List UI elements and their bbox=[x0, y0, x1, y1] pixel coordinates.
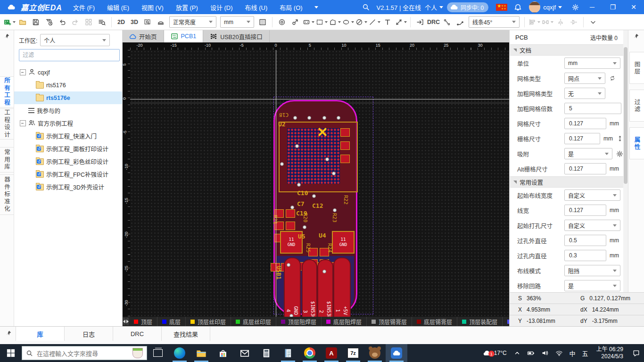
field-input[interactable]: 0.127 bbox=[564, 118, 606, 129]
layer-底层阻焊层[interactable]: 底层阻焊层 bbox=[322, 317, 367, 326]
section-文档[interactable]: 文档 bbox=[510, 44, 623, 56]
battery-icon[interactable] bbox=[524, 344, 538, 362]
save-button[interactable] bbox=[30, 16, 42, 28]
tree-示例工程_3D外壳设计[interactable]: ↺示例工程_3D外壳设计 bbox=[14, 181, 122, 193]
dock-tab-DRC[interactable]: DRC bbox=[113, 327, 162, 341]
field-input[interactable]: 5 bbox=[564, 103, 621, 114]
layer-顶层阻焊层[interactable]: 顶层阻焊层 bbox=[276, 317, 322, 326]
new-pcb-button[interactable] bbox=[3, 16, 16, 28]
notification-center-icon[interactable] bbox=[628, 344, 644, 362]
dock-tab-查找结果[interactable]: 查找结果 bbox=[162, 327, 210, 341]
maximize-button[interactable]: ❐ bbox=[603, 0, 623, 14]
minimize-button[interactable]: ─ bbox=[582, 0, 603, 14]
field-select[interactable]: 是 bbox=[564, 280, 620, 291]
open-folder-button[interactable] bbox=[17, 16, 29, 28]
properties-scrollbar[interactable] bbox=[623, 30, 628, 292]
import-button[interactable] bbox=[414, 16, 426, 28]
unit-select[interactable]: mm bbox=[220, 16, 254, 28]
field-input[interactable]: 0.3 bbox=[564, 250, 606, 261]
menu-V[interactable]: 视图 (V) bbox=[135, 0, 170, 14]
save-all-button[interactable] bbox=[43, 16, 55, 28]
tray-chevron-icon[interactable] bbox=[511, 344, 524, 362]
tree-示例工程_FPC补强设计[interactable]: ↺示例工程_FPC补强设计 bbox=[14, 168, 122, 181]
doc-tab-USB20直插接口[interactable]: USB20直插接口 bbox=[203, 30, 270, 42]
menu-E[interactable]: 编辑 (E) bbox=[101, 0, 135, 14]
field-select[interactable]: 网点 bbox=[564, 73, 605, 84]
bell-icon[interactable] bbox=[511, 0, 524, 14]
tree-project-rts5176[interactable]: rts5176 bbox=[14, 79, 122, 91]
place-keepout-button[interactable] bbox=[355, 16, 367, 28]
tree-示例工程_彩色丝印设计[interactable]: ↺示例工程_彩色丝印设计 bbox=[14, 155, 122, 168]
tree-示例工程_面板打印设计[interactable]: ↺示例工程_面板打印设计 bbox=[14, 142, 122, 155]
taskbar-app-notepad[interactable] bbox=[277, 344, 299, 362]
menu-U[interactable]: 布线 (U) bbox=[239, 0, 274, 14]
menu-P[interactable]: 放置 (P) bbox=[170, 0, 204, 14]
line-mode-select[interactable]: 线条45° bbox=[469, 16, 520, 28]
tree-user-row[interactable]: cqxjf bbox=[14, 66, 122, 79]
dock-tab-库[interactable]: 库 bbox=[16, 327, 65, 341]
taskbar-app-bear-app[interactable] bbox=[364, 344, 386, 362]
tree-participated[interactable]: 我参与的 bbox=[14, 104, 122, 117]
field-select[interactable]: mm bbox=[564, 58, 620, 69]
close-button[interactable]: ✕ bbox=[623, 0, 644, 14]
tree-official-group[interactable]: 官方示例工程 bbox=[14, 117, 122, 130]
undo-button[interactable] bbox=[56, 16, 68, 28]
pin-icon[interactable] bbox=[633, 33, 639, 41]
pcb-canvas[interactable]: 11GND11GNDGND4$1N53003$1N53842+5V1U2C18C… bbox=[130, 50, 509, 317]
ime-mode[interactable]: 五 bbox=[579, 344, 592, 362]
gear-icon[interactable] bbox=[616, 150, 623, 157]
search-icon[interactable] bbox=[359, 0, 372, 14]
dock-tab-日志[interactable]: 日志 bbox=[65, 327, 113, 341]
place-pin-button[interactable] bbox=[289, 16, 301, 28]
field-input[interactable]: 0.127 bbox=[564, 205, 606, 216]
pin-icon[interactable] bbox=[6, 330, 12, 337]
route-button[interactable] bbox=[441, 16, 453, 28]
ime-lang[interactable]: 中 bbox=[566, 344, 579, 362]
menu-overflow-icon[interactable] bbox=[309, 0, 322, 14]
sidebar-tab-所有工程[interactable]: 所有工程 bbox=[0, 76, 14, 107]
component-grid-button[interactable] bbox=[83, 16, 95, 28]
flip-vertical-button[interactable] bbox=[568, 16, 580, 28]
right-tab-属性[interactable]: 属性 bbox=[629, 127, 644, 159]
taskbar-app-edge[interactable] bbox=[169, 344, 190, 362]
field-select[interactable]: 自定义 bbox=[564, 189, 620, 201]
sidebar-tab-常用库[interactable]: 常用库 bbox=[0, 147, 14, 173]
layer-顶层[interactable]: 顶层 bbox=[129, 317, 157, 326]
taskbar-app-file-explorer[interactable] bbox=[190, 344, 212, 362]
taskbar-search[interactable]: 在這裡輸入文字來搜尋 bbox=[22, 346, 147, 360]
start-button[interactable] bbox=[0, 344, 22, 362]
layer-顶层锡膏层[interactable]: 顶层锡膏层 bbox=[367, 317, 412, 326]
more-tools-button[interactable] bbox=[587, 16, 599, 28]
layer-底层锡膏层[interactable]: 底层锡膏层 bbox=[412, 317, 457, 326]
flip-horizontal-button[interactable] bbox=[554, 16, 567, 28]
place-region-button[interactable] bbox=[315, 16, 328, 28]
view-3d-button[interactable]: 3D bbox=[128, 16, 140, 28]
pin-icon[interactable] bbox=[4, 33, 10, 41]
place-polygon-button[interactable] bbox=[329, 16, 341, 28]
distribute-button[interactable] bbox=[541, 16, 553, 28]
account-type[interactable]: 个人 bbox=[425, 3, 437, 12]
layer-顶层丝印层[interactable]: 顶层丝印层 bbox=[186, 317, 231, 326]
clock[interactable]: 上午 06:29 2024/5/3 bbox=[592, 346, 628, 360]
taskbar-app-jlceda[interactable] bbox=[386, 344, 407, 362]
taskbar-app-calculator[interactable] bbox=[256, 344, 277, 362]
settings-gear-icon[interactable] bbox=[569, 0, 582, 14]
tree-project-rts5176e[interactable]: rts5176e bbox=[14, 91, 122, 104]
layer-底层[interactable]: 底层 bbox=[157, 317, 186, 326]
taskbar-app-store[interactable] bbox=[212, 344, 234, 362]
doc-tab-开始页[interactable]: 开始页 bbox=[123, 30, 164, 42]
menu-O[interactable]: 布局 (O) bbox=[273, 0, 308, 14]
workspace-select[interactable]: 个人 bbox=[40, 34, 110, 46]
weather-widget[interactable]: 1 17°C bbox=[479, 349, 511, 357]
zoom-area-button[interactable] bbox=[141, 16, 154, 28]
taskbar-app-acrobat[interactable]: A bbox=[321, 344, 342, 362]
section-常用设置[interactable]: 常用设置 bbox=[510, 176, 623, 188]
brightness-select[interactable]: 正常亮度 bbox=[169, 16, 216, 28]
sync-status[interactable]: 同步中: 0 bbox=[447, 2, 488, 12]
sidebar-tab-工程设计[interactable]: 工程设计 bbox=[0, 108, 14, 140]
taskbar-app-mail[interactable] bbox=[234, 344, 256, 362]
route-corner-button[interactable] bbox=[454, 16, 466, 28]
board-preview-button[interactable] bbox=[155, 16, 167, 28]
place-line-button[interactable] bbox=[368, 16, 380, 28]
field-input[interactable]: 0.5 bbox=[564, 235, 606, 246]
